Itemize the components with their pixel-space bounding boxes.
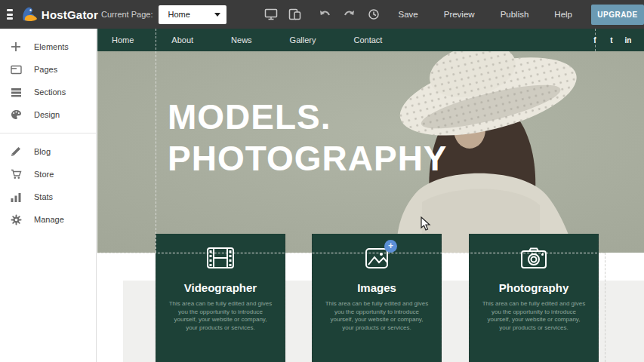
nav-item-contact[interactable]: Contact — [353, 35, 382, 44]
card-body: This area can be fully edited and gives … — [156, 294, 285, 332]
history-icon[interactable] — [366, 7, 381, 22]
nav-item-news[interactable]: News — [231, 35, 252, 44]
builder-sidebar: Elements Pages Sections Design Blog — [0, 29, 97, 362]
site-canvas: Home About News Gallery Contact f t in — [97, 29, 644, 362]
card-title: Videographer — [156, 281, 285, 294]
sidebar-divider — [0, 133, 96, 133]
redo-icon[interactable] — [342, 7, 357, 22]
sidebar-item-manage[interactable]: Manage — [0, 208, 96, 231]
feature-card-videographer[interactable]: Videographer This area can be fully edit… — [156, 234, 285, 362]
card-body: This area can be fully edited and gives … — [313, 294, 441, 332]
current-page-dropdown[interactable]: Home — [159, 5, 226, 24]
app-window: HostGator Current Page: Home — [0, 0, 644, 362]
hero-photo[interactable]: MODELS. PHOTOGRAPHY — [97, 51, 644, 253]
hero-title[interactable]: MODELS. PHOTOGRAPHY — [168, 97, 448, 179]
sidebar-item-pages[interactable]: Pages — [0, 58, 96, 81]
card-title: Images — [313, 281, 441, 294]
gear-icon — [10, 213, 22, 225]
cart-icon — [10, 168, 22, 180]
publish-button[interactable]: Publish — [488, 10, 542, 19]
current-page-label: Current Page: — [101, 10, 153, 19]
nav-item-about[interactable]: About — [171, 35, 193, 44]
sidebar-item-blog[interactable]: Blog — [0, 140, 96, 163]
palette-icon — [10, 109, 22, 121]
toolbar-brand-area: HostGator — [0, 6, 98, 23]
mobile-view-icon[interactable] — [288, 7, 303, 22]
nav-item-gallery[interactable]: Gallery — [290, 35, 316, 44]
add-image-badge[interactable]: + — [384, 240, 397, 253]
hostgator-logo-icon — [20, 6, 39, 23]
upgrade-button[interactable]: UPGRADE — [591, 5, 644, 25]
sidebar-item-label: Manage — [34, 215, 64, 224]
bar-chart-icon — [10, 191, 22, 203]
undo-icon[interactable] — [318, 7, 333, 22]
preview-button[interactable]: Preview — [431, 10, 488, 19]
sidebar-item-design[interactable]: Design — [0, 103, 96, 126]
site-nav: Home About News Gallery Contact f t in — [97, 29, 644, 51]
sidebar-item-stats[interactable]: Stats — [0, 186, 96, 208]
sidebar-item-label: Store — [34, 170, 54, 179]
sidebar-item-label: Blog — [34, 147, 51, 156]
help-button[interactable]: Help — [541, 10, 585, 19]
menu-icon[interactable] — [7, 9, 13, 20]
current-page-control: Current Page: Home — [101, 5, 226, 24]
twitter-icon[interactable]: t — [603, 36, 620, 44]
brand-name: HostGator — [42, 8, 98, 21]
social-links: f t in — [587, 29, 636, 51]
facebook-icon[interactable]: f — [587, 36, 603, 44]
film-icon — [205, 246, 236, 270]
hero-line-1: MODELS. — [168, 97, 448, 138]
sidebar-item-elements[interactable]: Elements — [0, 35, 96, 58]
sidebar-item-store[interactable]: Store — [0, 163, 96, 186]
caret-down-icon — [214, 13, 220, 17]
pencil-icon — [10, 146, 22, 158]
feature-card-photography[interactable]: Photography This area can be fully edite… — [469, 234, 599, 362]
save-button[interactable]: Save — [386, 10, 431, 19]
sections-icon — [10, 86, 22, 98]
sidebar-item-sections[interactable]: Sections — [0, 81, 96, 103]
hero-line-2: PHOTOGRAPHY — [168, 138, 448, 179]
current-page-value: Home — [168, 10, 214, 19]
desktop-view-icon[interactable] — [263, 7, 279, 22]
sidebar-item-label: Stats — [34, 192, 53, 201]
sidebar-item-label: Elements — [34, 42, 69, 51]
sidebar-item-label: Sections — [34, 87, 66, 97]
nav-item-home[interactable]: Home — [112, 35, 134, 44]
top-toolbar: HostGator Current Page: Home — [0, 0, 644, 29]
sidebar-item-label: Pages — [34, 65, 57, 74]
sidebar-item-label: Design — [34, 110, 60, 119]
plus-icon — [10, 41, 22, 53]
card-body: This area can be fully edited and gives … — [470, 294, 598, 332]
linkedin-icon[interactable]: in — [620, 36, 636, 44]
feature-card-images[interactable]: + Images This area can be fully edited a… — [312, 234, 442, 362]
camera-icon — [519, 246, 549, 270]
card-title: Photography — [470, 281, 598, 294]
pages-icon — [10, 63, 22, 75]
brand: HostGator — [20, 6, 98, 23]
